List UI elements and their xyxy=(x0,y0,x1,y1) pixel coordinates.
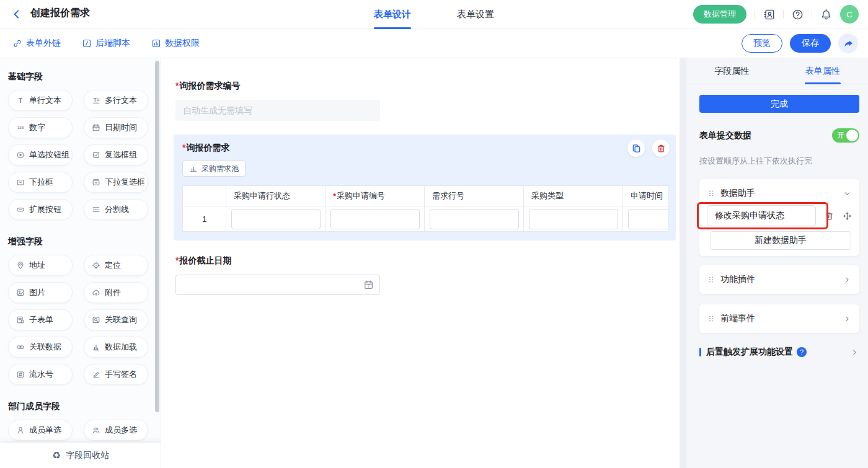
toolbar-link[interactable]: 后端脚本 xyxy=(82,38,130,49)
table-cell-input[interactable] xyxy=(330,209,420,229)
tab-field-properties[interactable]: 字段属性 xyxy=(686,58,777,84)
field-pill[interactable]: 地址 xyxy=(8,255,73,276)
drag-handle-icon[interactable] xyxy=(707,275,715,284)
submit-data-toggle[interactable]: 开 xyxy=(832,128,859,143)
tab-form-properties[interactable]: 表单属性 xyxy=(777,58,868,84)
field-pill[interactable]: 关联数据 xyxy=(8,337,73,358)
chevron-right-icon[interactable] xyxy=(850,348,859,357)
field-label: *报价截止日期 xyxy=(175,255,680,267)
form-link-icon xyxy=(12,38,22,48)
toolbar-link[interactable]: 表单外链 xyxy=(12,38,61,49)
move-icon[interactable] xyxy=(843,211,852,221)
header-actions: 数据管理 C xyxy=(693,5,868,24)
chevron-right-icon[interactable] xyxy=(843,314,852,324)
date-input[interactable]: 7 xyxy=(175,275,380,295)
field-pill[interactable]: 扩展按钮 xyxy=(8,199,73,220)
field-serial-number[interactable]: *询报价需求编号 xyxy=(175,81,680,121)
new-assistant-button[interactable]: 新建数据助手 xyxy=(710,231,851,250)
frontend-events-card[interactable]: 前端事件 xyxy=(699,304,859,333)
field-pill[interactable]: 成员多选 xyxy=(84,420,148,441)
sidebar-section-title: 增强字段 xyxy=(8,236,161,247)
trash-icon[interactable] xyxy=(825,211,834,221)
done-button[interactable]: 完成 xyxy=(699,95,859,113)
field-deadline-date[interactable]: *报价截止日期 7 xyxy=(175,255,680,295)
trash-icon xyxy=(657,144,666,153)
back-icon[interactable] xyxy=(11,9,22,20)
toggle-knob xyxy=(846,130,858,141)
table-column-header xyxy=(183,186,226,206)
serial-number-input[interactable] xyxy=(175,100,380,121)
canvas-panel-gap xyxy=(680,58,686,468)
field-pill[interactable]: 日期时间 xyxy=(84,117,148,138)
drag-handle-icon[interactable] xyxy=(707,189,715,198)
procurement-pool-button[interactable]: 采购需求池 xyxy=(182,161,246,177)
field-pill[interactable]: 下拉复选框 xyxy=(84,172,148,193)
card-header: 数据助手 xyxy=(707,185,852,201)
enhanced-fields-grid: 地址 定位 图片 附件 子表单 关联查询 xyxy=(8,255,161,385)
preview-button[interactable]: 预览 xyxy=(742,34,782,53)
avatar[interactable]: C xyxy=(840,5,859,24)
svg-text:123: 123 xyxy=(17,125,24,130)
field-pill[interactable]: 定位 xyxy=(84,255,148,276)
tab-form-design[interactable]: 表单设计 xyxy=(374,0,411,29)
table-cell xyxy=(226,206,326,231)
panel-body: 完成 表单提交数据 开 按设置顺序从上往下依次执行完 数据助手 修改采购申请状态… xyxy=(686,95,868,358)
help-badge-icon[interactable]: ? xyxy=(797,347,807,357)
calendar-icon: 7 xyxy=(363,280,374,290)
help-icon[interactable] xyxy=(792,9,804,20)
copy-field-button[interactable] xyxy=(627,139,645,157)
divider xyxy=(755,10,755,19)
delete-field-button[interactable] xyxy=(652,139,670,157)
bell-icon[interactable] xyxy=(820,9,832,20)
field-pill[interactable]: 分割线 xyxy=(84,199,148,220)
field-pill[interactable]: 流水号 xyxy=(8,364,73,385)
field-pill[interactable]: 复选框组 xyxy=(84,144,148,166)
form-canvas: *询报价需求编号 *询报价需求 采购需求池 *采购申请行状态 xyxy=(162,58,680,468)
field-pill[interactable]: 123 数字 xyxy=(8,117,73,138)
related-data-icon xyxy=(16,343,25,351)
share-button[interactable] xyxy=(838,33,858,53)
data-manage-button[interactable]: 数据管理 xyxy=(693,5,746,24)
field-pill[interactable]: 成员单选 xyxy=(8,420,73,441)
sidebar-scrollbar[interactable] xyxy=(155,61,159,412)
attachment-icon xyxy=(92,288,100,297)
chevron-right-icon[interactable] xyxy=(843,275,852,285)
assistant-item[interactable]: 修改采购申请状态 xyxy=(707,205,816,226)
field-pill[interactable]: 手写签名 xyxy=(84,364,148,385)
drag-handle-icon[interactable] xyxy=(707,314,715,323)
toolbar-link[interactable]: 数据权限 xyxy=(151,38,200,49)
field-recycle-bin[interactable]: ♻ 字段回收站 xyxy=(0,443,161,468)
field-pill[interactable]: 附件 xyxy=(84,282,148,303)
page-title[interactable]: 创建报价需求 xyxy=(30,7,90,22)
checkbox-group-icon xyxy=(92,151,100,159)
table-cell-input[interactable] xyxy=(628,209,668,229)
assistant-item-row: 修改采购申请状态 xyxy=(707,205,852,226)
field-pill[interactable]: 单选按钮组 xyxy=(8,144,73,166)
post-trigger-settings-link[interactable]: 后置触发扩展功能设置 ? xyxy=(699,347,859,358)
field-pill[interactable]: T 多行文本 xyxy=(84,90,148,111)
app-header: 创建报价需求 表单设计 表单设置 数据管理 C xyxy=(0,0,868,29)
field-pill[interactable]: 子表单 xyxy=(8,309,73,330)
bar-chart-icon xyxy=(189,164,198,173)
field-pill[interactable]: T 单行文本 xyxy=(8,90,73,111)
field-pill[interactable]: 数据加载 xyxy=(84,337,148,358)
save-button[interactable]: 保存 xyxy=(790,34,831,53)
contact-book-icon[interactable] xyxy=(763,9,775,20)
table-header-row: *采购申请行状态 *采购申请编号 *需求行号 *采购类型 xyxy=(183,186,668,206)
plugin-card[interactable]: 功能插件 xyxy=(699,265,859,294)
table-column-header: *采购申请编号 xyxy=(326,186,425,206)
tab-form-settings[interactable]: 表单设置 xyxy=(457,0,494,29)
divider xyxy=(812,10,812,19)
table-cell-input[interactable] xyxy=(430,209,519,229)
table-cell-input[interactable] xyxy=(529,209,618,229)
field-pill[interactable]: 关联查询 xyxy=(84,309,148,330)
field-subform-selected[interactable]: *询报价需求 采购需求池 *采购申请行状态 *采购申请编号 *需 xyxy=(174,135,676,241)
properties-panel: 字段属性 表单属性 完成 表单提交数据 开 按设置顺序从上往下依次执行完 数据助… xyxy=(686,58,868,468)
table-cell xyxy=(326,206,425,231)
lookup-query-icon xyxy=(92,316,100,324)
field-pill[interactable]: 下拉框 xyxy=(8,172,73,193)
svg-text:7: 7 xyxy=(368,284,370,288)
field-pill[interactable]: 图片 xyxy=(8,282,73,303)
chevron-down-icon[interactable] xyxy=(843,189,852,198)
table-cell-input[interactable] xyxy=(231,209,321,229)
